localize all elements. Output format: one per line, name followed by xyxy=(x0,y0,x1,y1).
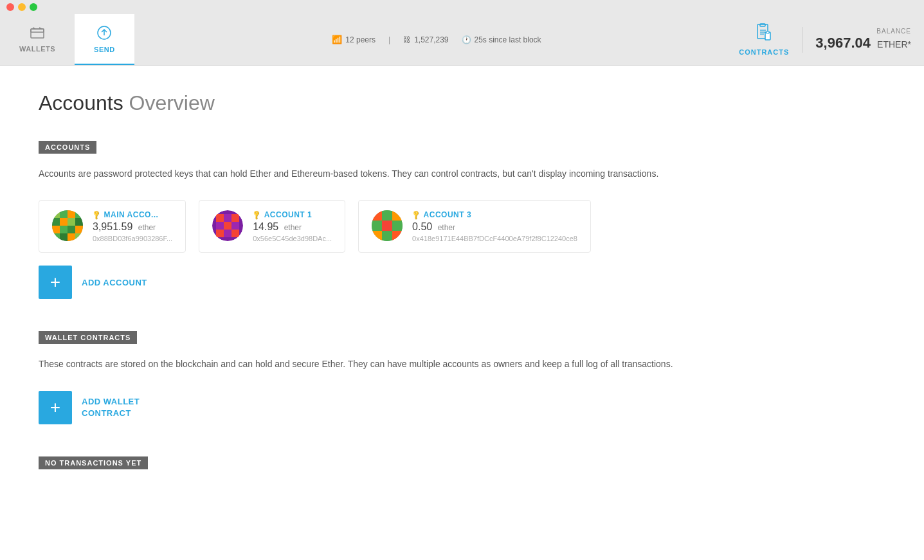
peers-value: 12 peers xyxy=(345,35,376,44)
minimize-button[interactable] xyxy=(18,3,26,11)
add-account-button[interactable]: + xyxy=(39,266,72,299)
main-content: Accounts Overview ACCOUNTS Accounts are … xyxy=(0,66,924,560)
account-name-3: 🔑 ACCOUNT 3 xyxy=(412,210,577,219)
page-title-light: Overview xyxy=(129,91,215,114)
svg-rect-42 xyxy=(372,210,382,221)
balance-amount: 3,967.04 ETHER* xyxy=(815,35,911,51)
accounts-grid: 🔑 MAIN ACCO... 3,951.59 ether 0x88BD03f6… xyxy=(39,200,885,253)
time-status: 🕐 25s since last block xyxy=(462,35,541,44)
svg-rect-40 xyxy=(231,230,239,237)
wifi-icon: 📶 xyxy=(332,35,342,44)
svg-rect-17 xyxy=(75,210,83,218)
nav-item-send[interactable]: SEND xyxy=(75,14,134,65)
svg-rect-25 xyxy=(75,226,83,233)
add-wallet-label-1: ADD WALLET xyxy=(82,396,140,408)
svg-rect-15 xyxy=(60,210,68,218)
add-wallet-contract-button[interactable]: + xyxy=(39,391,72,424)
account-balance-main: 3,951.59 ether xyxy=(93,221,172,233)
svg-rect-45 xyxy=(372,221,382,231)
svg-rect-1 xyxy=(31,29,44,32)
sep1: | xyxy=(388,35,390,44)
account-info-3: 🔑 ACCOUNT 3 0.50 ether 0x418e9171E44BB7f… xyxy=(412,210,577,242)
peers-status: 📶 12 peers xyxy=(332,35,376,44)
account-card-3[interactable]: 🔑 ACCOUNT 3 0.50 ether 0x418e9171E44BB7f… xyxy=(358,200,591,253)
balance-unit: ETHER* xyxy=(877,39,911,50)
account-name-1-label: ACCOUNT 1 xyxy=(264,210,313,219)
svg-rect-19 xyxy=(60,218,68,226)
svg-rect-35 xyxy=(216,222,224,230)
svg-rect-7 xyxy=(760,24,765,26)
account-address-main: 0x88BD03f6a9903286F... xyxy=(93,235,172,242)
close-button[interactable] xyxy=(6,3,14,11)
balance-main-value: 3,951.59 xyxy=(93,221,132,232)
avatar-account1 xyxy=(212,210,243,241)
svg-rect-36 xyxy=(224,222,231,230)
svg-rect-21 xyxy=(75,218,83,226)
svg-rect-44 xyxy=(392,210,403,221)
svg-rect-20 xyxy=(68,218,75,226)
time-value: 25s since last block xyxy=(475,35,541,44)
no-transactions-header: NO TRANSACTIONS YET xyxy=(39,456,148,469)
svg-rect-49 xyxy=(382,231,392,241)
svg-rect-38 xyxy=(216,230,224,237)
nav-divider xyxy=(802,27,802,53)
svg-rect-0 xyxy=(31,29,44,38)
nav-left: WALLETS SEND xyxy=(0,14,134,65)
key-icon-3: 🔑 xyxy=(411,210,422,221)
svg-rect-26 xyxy=(52,233,60,241)
accounts-section-header: ACCOUNTS xyxy=(39,141,96,154)
svg-rect-39 xyxy=(224,230,231,237)
contracts-icon xyxy=(755,23,773,45)
balance-1-value: 14.95 xyxy=(253,221,278,232)
wallet-contracts-header: WALLET CONTRACTS xyxy=(39,331,137,344)
svg-rect-37 xyxy=(231,222,239,230)
maximize-button[interactable] xyxy=(30,3,37,11)
svg-rect-29 xyxy=(75,233,83,241)
account-name-main: 🔑 MAIN ACCO... xyxy=(93,210,172,219)
title-bar xyxy=(0,0,924,14)
contracts-label: CONTRACTS xyxy=(739,48,789,56)
svg-rect-22 xyxy=(52,226,60,233)
account-address-3: 0x418e9171E44BB7fDCcF4400eA79f2f8C12240c… xyxy=(412,235,577,242)
svg-rect-14 xyxy=(52,210,60,218)
add-wallet-contract-label: ADD WALLET CONTRACT xyxy=(82,396,140,419)
svg-rect-34 xyxy=(231,214,239,222)
nav-item-wallets[interactable]: WALLETS xyxy=(0,14,75,65)
account-card-main[interactable]: 🔑 MAIN ACCO... 3,951.59 ether 0x88BD03f6… xyxy=(39,200,186,253)
account-card-1[interactable]: 🔑 ACCOUNT 1 14.95 ether 0x56e5C45de3d98D… xyxy=(199,200,345,253)
balance-3-value: 0.50 xyxy=(412,221,432,232)
clock-icon: 🕐 xyxy=(462,35,471,44)
blocks-value: 1,527,239 xyxy=(414,35,448,44)
account-info-main: 🔑 MAIN ACCO... 3,951.59 ether 0x88BD03f6… xyxy=(93,210,172,242)
key-icon-main: 🔑 xyxy=(91,210,102,221)
svg-rect-23 xyxy=(60,226,68,233)
svg-rect-32 xyxy=(216,214,224,222)
account-name-main-label: MAIN ACCO... xyxy=(104,210,159,219)
page-title-bold: Accounts xyxy=(39,91,123,114)
balance-value: 3,967.04 xyxy=(815,35,871,51)
balance-3-unit: ether xyxy=(438,223,455,232)
add-account-label: ADD ACCOUNT xyxy=(82,278,147,287)
svg-rect-27 xyxy=(60,233,68,241)
svg-rect-33 xyxy=(224,214,231,222)
account-balance-3: 0.50 ether xyxy=(412,221,577,233)
accounts-description: Accounts are password protected keys tha… xyxy=(39,167,682,181)
block-icon: ⛓ xyxy=(403,35,411,44)
wallet-contracts-section: WALLET CONTRACTS These contracts are sto… xyxy=(39,331,885,424)
svg-rect-28 xyxy=(68,233,75,241)
header-status: 📶 12 peers | ⛓ 1,527,239 🕐 25s since las… xyxy=(134,35,739,44)
add-account-row[interactable]: + ADD ACCOUNT xyxy=(39,266,885,299)
wallet-contracts-description: These contracts are stored on the blockc… xyxy=(39,357,682,371)
contracts-button[interactable]: CONTRACTS xyxy=(739,23,789,56)
account-balance-1: 14.95 ether xyxy=(253,221,332,233)
accounts-section: ACCOUNTS Accounts are password protected… xyxy=(39,141,885,299)
avatar-main xyxy=(52,210,83,241)
send-icon xyxy=(97,26,111,42)
account-info-1: 🔑 ACCOUNT 1 14.95 ether 0x56e5C45de3d98D… xyxy=(253,210,332,242)
header-right: CONTRACTS BALANCE 3,967.04 ETHER* xyxy=(739,23,924,56)
page-title: Accounts Overview xyxy=(39,91,885,115)
add-wallet-contract-row[interactable]: + ADD WALLET CONTRACT xyxy=(39,391,885,424)
account-name-1: 🔑 ACCOUNT 1 xyxy=(253,210,332,219)
send-label: SEND xyxy=(94,46,115,53)
svg-rect-48 xyxy=(372,231,382,241)
